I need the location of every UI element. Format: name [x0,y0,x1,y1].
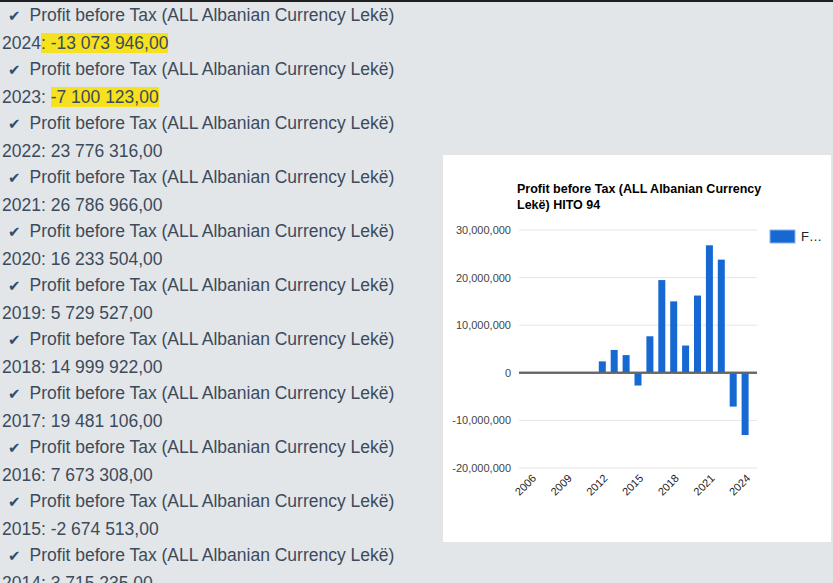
y-axis-label: 30,000,000 [456,224,511,236]
check-icon: ✔ [8,115,21,132]
fact-value-text: 2018: 14 999 922,00 [2,357,163,377]
check-icon: ✔ [8,493,21,510]
y-axis-label: 0 [505,367,511,379]
fact-value: 2022: 23 776 316,00 [0,138,443,165]
fact-label-line: ✔Profit before Tax (ALL Albanian Currenc… [0,56,443,84]
bar-2022[interactable] [718,260,725,373]
fact-value: 2024: -13 073 946,00 [0,30,443,57]
fact-value: 2015: -2 674 513,00 [0,516,443,543]
fact-item-2017: ✔Profit before Tax (ALL Albanian Currenc… [0,380,443,434]
fact-value: 2020: 16 233 504,00 [0,246,443,273]
y-axis-label: 20,000,000 [456,272,511,284]
fact-value-text: 2023: [2,87,51,107]
chart-title-line: Profit before Tax (ALL Albanian Currency [517,182,761,196]
check-icon: ✔ [8,385,21,402]
fact-value-text: 2015: -2 674 513,00 [2,519,159,539]
fact-item-2023: ✔Profit before Tax (ALL Albanian Currenc… [0,56,443,110]
fact-item-2022: ✔Profit before Tax (ALL Albanian Currenc… [0,110,443,164]
fact-label: Profit before Tax (ALL Albanian Currency… [30,275,395,295]
x-axis-label: 2009 [548,472,574,498]
bar-2023[interactable] [730,373,737,407]
x-axis-label: 2018 [655,472,681,498]
page: ✔Profit before Tax (ALL Albanian Currenc… [0,0,833,583]
fact-item-2020: ✔Profit before Tax (ALL Albanian Currenc… [0,218,443,272]
fact-label: Profit before Tax (ALL Albanian Currency… [30,59,395,79]
y-axis-label: 10,000,000 [456,319,511,331]
y-axis-label: -10,000,000 [452,414,511,426]
fact-value: 2019: 5 729 527,00 [0,300,443,327]
fact-label: Profit before Tax (ALL Albanian Currency… [30,167,395,187]
fact-value: 2017: 19 481 106,00 [0,408,443,435]
fact-value-text: 2020: 16 233 504,00 [2,249,163,269]
highlighted-value: -7 100 123,00 [51,87,159,107]
fact-value: 2021: 26 786 966,00 [0,192,443,219]
bar-2015[interactable] [635,373,642,386]
fact-value-text: 2019: 5 729 527,00 [2,303,153,323]
fact-item-2016: ✔Profit before Tax (ALL Albanian Currenc… [0,434,443,488]
fact-value-text: 2021: 26 786 966,00 [2,195,163,215]
fact-label: Profit before Tax (ALL Albanian Currency… [30,329,395,349]
x-axis-label: 2015 [620,472,646,498]
fact-label: Profit before Tax (ALL Albanian Currency… [30,113,395,133]
bar-2017[interactable] [658,280,665,373]
fact-value-text: 2017: 19 481 106,00 [2,411,163,431]
fact-label-line: ✔Profit before Tax (ALL Albanian Currenc… [0,488,443,516]
fact-label: Profit before Tax (ALL Albanian Currency… [30,221,395,241]
fact-value: 2018: 14 999 922,00 [0,354,443,381]
bar-2013[interactable] [611,350,618,373]
fact-label-line: ✔Profit before Tax (ALL Albanian Currenc… [0,434,443,462]
fact-item-2018: ✔Profit before Tax (ALL Albanian Currenc… [0,326,443,380]
fact-label-line: ✔Profit before Tax (ALL Albanian Currenc… [0,272,443,300]
fact-label: Profit before Tax (ALL Albanian Currency… [30,383,395,403]
check-icon: ✔ [8,331,21,348]
fact-label: Profit before Tax (ALL Albanian Currency… [30,545,395,565]
fact-value-text: 2022: 23 776 316,00 [2,141,163,161]
check-icon: ✔ [8,7,21,24]
legend-swatch[interactable] [770,230,795,243]
chart-title-line: Lekë) HITO 94 [517,198,600,212]
fact-value-text: 2024 [2,33,41,53]
y-axis-label: -20,000,000 [452,462,511,474]
profit-fact-list: ✔Profit before Tax (ALL Albanian Currenc… [0,2,443,583]
x-axis-label: 2012 [584,472,610,498]
fact-label-line: ✔Profit before Tax (ALL Albanian Currenc… [0,110,443,138]
check-icon: ✔ [8,169,21,186]
bar-2014[interactable] [623,355,630,373]
fact-value-text: 2014: 3 715 235,00 [2,573,153,583]
fact-item-2021: ✔Profit before Tax (ALL Albanian Currenc… [0,164,443,218]
legend-label[interactable]: F… [801,229,822,244]
check-icon: ✔ [8,277,21,294]
fact-value-text: 2016: 7 673 308,00 [2,465,153,485]
x-axis-label: 2006 [513,472,539,498]
check-icon: ✔ [8,439,21,456]
check-icon: ✔ [8,547,21,564]
fact-label-line: ✔Profit before Tax (ALL Albanian Currenc… [0,542,443,570]
fact-value: 2014: 3 715 235,00 [0,570,443,583]
fact-label: Profit before Tax (ALL Albanian Currency… [30,491,395,511]
fact-item-2019: ✔Profit before Tax (ALL Albanian Currenc… [0,272,443,326]
fact-label-line: ✔Profit before Tax (ALL Albanian Currenc… [0,380,443,408]
highlighted-value: : -13 073 946,00 [41,33,168,53]
fact-label: Profit before Tax (ALL Albanian Currency… [30,437,395,457]
fact-item-2024: ✔Profit before Tax (ALL Albanian Currenc… [0,2,443,56]
fact-item-2014: ✔Profit before Tax (ALL Albanian Currenc… [0,542,443,583]
fact-label-line: ✔Profit before Tax (ALL Albanian Currenc… [0,326,443,354]
fact-label-line: ✔Profit before Tax (ALL Albanian Currenc… [0,164,443,192]
bar-2024[interactable] [742,373,749,435]
bar-2021[interactable] [706,245,713,373]
bar-2016[interactable] [646,336,653,373]
x-axis-label: 2021 [691,472,717,498]
fact-item-2015: ✔Profit before Tax (ALL Albanian Currenc… [0,488,443,542]
bar-2012[interactable] [599,361,606,372]
profit-bar-chart: Profit before Tax (ALL Albanian Currency… [443,155,831,542]
fact-label-line: ✔Profit before Tax (ALL Albanian Currenc… [0,2,443,30]
fact-label: Profit before Tax (ALL Albanian Currency… [30,5,395,25]
fact-label-line: ✔Profit before Tax (ALL Albanian Currenc… [0,218,443,246]
bar-2020[interactable] [694,296,701,373]
bar-2019[interactable] [682,346,689,373]
fact-value: 2023: -7 100 123,00 [0,84,443,111]
chart-card: Profit before Tax (ALL Albanian Currency… [443,155,831,542]
bar-2018[interactable] [670,301,677,372]
check-icon: ✔ [8,223,21,240]
fact-value: 2016: 7 673 308,00 [0,462,443,489]
